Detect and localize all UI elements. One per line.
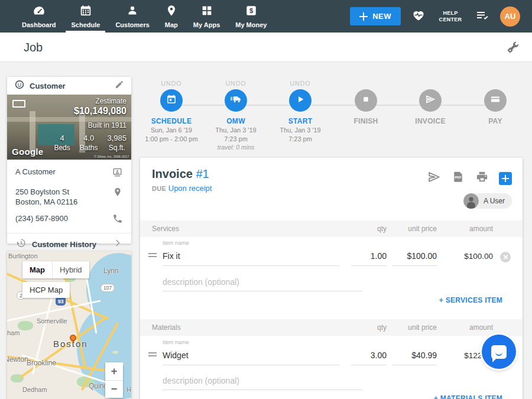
- timeline-step-schedule: UNDO SCHEDULE Sun, Jan 6 '19 1:00 pm - 2…: [136, 77, 207, 143]
- page-title: Job: [24, 41, 43, 54]
- amount-column-header: amount: [437, 225, 493, 233]
- job-settings-icon[interactable]: [506, 40, 520, 57]
- assignee-chip[interactable]: A User: [463, 193, 512, 209]
- timeline-step-invoice: INVOICE: [395, 77, 466, 125]
- qty-column-header: qty: [345, 225, 387, 233]
- material-qty-field[interactable]: 3.00: [351, 351, 387, 365]
- qty-column-header: qty: [345, 323, 387, 332]
- customer-name: A Customer: [15, 167, 56, 177]
- undo-omw-link[interactable]: UNDO: [200, 77, 271, 88]
- omw-travel-note: travel: 0 mins: [200, 144, 271, 151]
- chat-fab-button[interactable]: [482, 335, 516, 369]
- nav-label-schedule: Schedule: [71, 21, 100, 28]
- hcp-map-button[interactable]: HCP Map: [22, 282, 70, 298]
- svg-text:$: $: [249, 7, 253, 14]
- add-services-item-link[interactable]: + SERVICES ITEM: [439, 296, 502, 304]
- new-button[interactable]: NEW: [350, 7, 401, 25]
- undo-schedule-link[interactable]: UNDO: [136, 77, 207, 88]
- materials-header-band: Materials qty unit price amount: [140, 319, 523, 336]
- baths-value: 4.0: [80, 134, 98, 142]
- timeline-step-pay: PAY: [460, 77, 531, 125]
- map-label-waltham: ham: [7, 329, 20, 336]
- zoom-in-button[interactable]: +: [105, 362, 123, 380]
- nav-label-my-money: My Money: [235, 21, 267, 28]
- schedule-time: 1:00 pm - 2:00 pm: [136, 135, 207, 143]
- customer-history-label: Customer History: [32, 240, 112, 249]
- nav-item-customers[interactable]: Customers: [108, 0, 157, 33]
- invoice-step-label: INVOICE: [395, 117, 466, 125]
- contact-card-icon[interactable]: [112, 167, 123, 180]
- zoom-out-button[interactable]: −: [105, 380, 123, 398]
- route-107-shield: 107: [100, 284, 115, 292]
- service-description-field[interactable]: description (optional): [163, 275, 362, 291]
- plus-icon: [359, 12, 368, 21]
- edit-pencil-icon[interactable]: [115, 80, 124, 92]
- invoice-actions: PDF: [427, 170, 512, 187]
- start-step-button[interactable]: [289, 89, 312, 112]
- nav-item-dashboard[interactable]: Dashboard: [14, 0, 63, 33]
- page-header-bar: Job: [0, 33, 532, 62]
- map-type-map-button[interactable]: Map: [22, 261, 52, 278]
- send-invoice-icon[interactable]: [427, 170, 442, 187]
- drag-handle-icon[interactable]: [148, 352, 163, 365]
- due-value-link[interactable]: Upon receipt: [168, 184, 212, 193]
- location-pin-icon[interactable]: [112, 187, 123, 200]
- list-check-icon[interactable]: [475, 8, 489, 25]
- omw-time: 7:23 pm: [200, 135, 271, 143]
- pay-step-button[interactable]: [484, 89, 507, 112]
- service-item-name-value: Fix it: [163, 251, 339, 261]
- add-invoice-button[interactable]: [499, 172, 512, 185]
- material-item-name-field[interactable]: Item name Widget: [163, 339, 339, 365]
- nav-label-customers: Customers: [115, 21, 149, 28]
- amount-column-header: amount: [437, 323, 493, 332]
- send-step-icon: [424, 93, 436, 108]
- nav-right: NEW HELP CENTER AU: [350, 0, 520, 33]
- customer-details: A Customer 250 Boylston StBoston, MA 021…: [7, 160, 131, 255]
- assignee-name: A User: [484, 197, 505, 205]
- map-type-hybrid-button[interactable]: Hybrid: [52, 261, 89, 278]
- help-center-link[interactable]: HELP CENTER: [436, 10, 465, 23]
- service-unit-price-field[interactable]: $100.00: [392, 251, 437, 266]
- omw-step-button[interactable]: [225, 89, 247, 112]
- street-view-toggle-icon[interactable]: [12, 100, 25, 108]
- material-description-field[interactable]: description (optional): [163, 374, 362, 390]
- nav-item-map[interactable]: Map: [157, 0, 186, 33]
- heart-pulse-icon[interactable]: [411, 8, 426, 25]
- service-item-name-field[interactable]: Item name Fix it: [163, 239, 339, 266]
- map-label-hingham: Hi: [126, 386, 131, 393]
- nav-item-my-money[interactable]: $ My Money: [228, 0, 274, 33]
- schedule-step-label: SCHEDULE: [136, 117, 207, 125]
- services-section-title: Services: [152, 225, 345, 233]
- nav-item-schedule[interactable]: Schedule: [63, 0, 108, 33]
- i93-shield: 93: [56, 297, 66, 306]
- finish-step-label: FINISH: [330, 117, 401, 125]
- history-icon: [15, 238, 26, 251]
- undo-start-link[interactable]: UNDO: [265, 77, 336, 88]
- unit-price-column-header: unit price: [387, 225, 437, 233]
- customer-address-line1: 250 Boylston St: [15, 187, 69, 196]
- phone-icon[interactable]: [112, 213, 123, 226]
- svg-text:PDF: PDF: [455, 176, 462, 179]
- materials-section-title: Materials: [152, 323, 345, 332]
- invoice-step-button[interactable]: [419, 89, 442, 112]
- customer-address-line2: Boston, MA 02116: [15, 197, 77, 206]
- map-type-buttons: Map Hybrid: [22, 261, 89, 278]
- nav-item-my-apps[interactable]: My Apps: [186, 0, 228, 33]
- undo-placeholder: [330, 77, 401, 88]
- service-amount: $100.00: [437, 252, 493, 266]
- finish-step-button[interactable]: [355, 89, 377, 112]
- service-qty-field[interactable]: 1.00: [351, 251, 387, 266]
- material-unit-price-field[interactable]: $40.99: [392, 351, 437, 365]
- add-materials-item-link[interactable]: + MATERIALS ITEM: [434, 394, 502, 399]
- pdf-icon[interactable]: PDF: [452, 170, 465, 186]
- calendar-step-icon: [166, 93, 177, 108]
- built-year: Built in 1911: [54, 121, 126, 129]
- remove-service-item-button[interactable]: [500, 252, 511, 262]
- chevron-right-icon: [112, 238, 123, 251]
- user-avatar[interactable]: AU: [500, 7, 520, 27]
- print-icon[interactable]: [475, 170, 489, 186]
- schedule-step-button[interactable]: [160, 89, 183, 112]
- job-location-marker[interactable]: [70, 335, 76, 341]
- beds-label: Beds: [54, 144, 70, 152]
- drag-handle-icon[interactable]: [148, 253, 163, 266]
